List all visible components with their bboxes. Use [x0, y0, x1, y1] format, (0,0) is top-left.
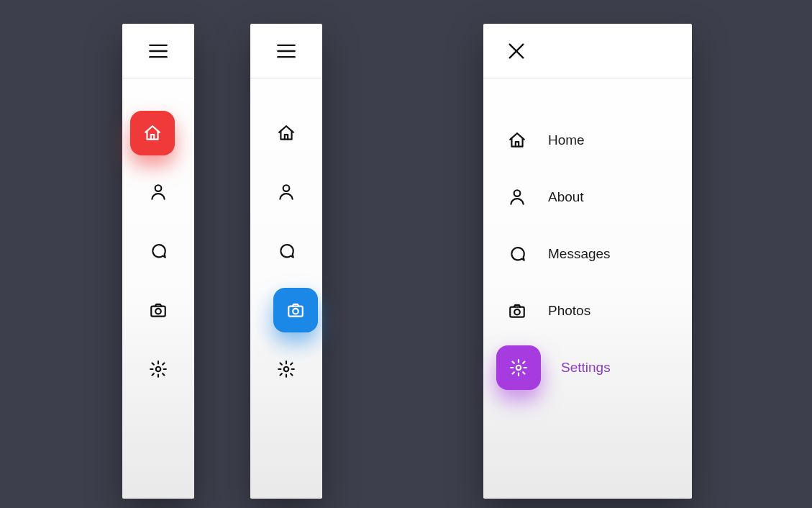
- nav-item-settings[interactable]: [250, 358, 322, 381]
- nav-item-about[interactable]: [122, 181, 194, 204]
- nav-item-messages[interactable]: [250, 240, 322, 263]
- settings-icon: [148, 359, 168, 379]
- chat-icon: [148, 241, 168, 261]
- chat-icon: [506, 244, 528, 264]
- sidebar-expanded: Home About Messages Photos Settings: [483, 24, 692, 499]
- nav-item-about[interactable]: [250, 181, 322, 204]
- nav-item-home[interactable]: [122, 122, 194, 145]
- settings-icon: [496, 345, 541, 390]
- chat-icon: [276, 241, 296, 261]
- nav-label: Messages: [548, 246, 611, 262]
- nav-item-home[interactable]: Home: [483, 129, 692, 152]
- sidebar-collapsed-2: [250, 24, 322, 499]
- nav-list: [250, 78, 322, 381]
- nav-item-settings[interactable]: [122, 358, 194, 381]
- nav-item-home[interactable]: [250, 122, 322, 145]
- nav-label: Photos: [548, 303, 590, 319]
- nav-list: Home About Messages Photos Settings: [483, 78, 692, 379]
- sidebar-header: [122, 24, 194, 78]
- user-icon: [506, 187, 528, 207]
- nav-item-messages[interactable]: [122, 240, 194, 263]
- user-icon: [276, 182, 296, 202]
- sidebar-header: [483, 24, 692, 78]
- nav-item-photos[interactable]: [250, 299, 322, 322]
- settings-icon: [276, 359, 296, 379]
- home-icon: [276, 123, 296, 143]
- user-icon: [148, 182, 168, 202]
- nav-label: About: [548, 189, 584, 205]
- hamburger-icon[interactable]: [276, 41, 296, 61]
- nav-item-photos[interactable]: Photos: [483, 299, 692, 322]
- hamburger-icon[interactable]: [148, 41, 168, 61]
- sidebar-collapsed-1: [122, 24, 194, 499]
- sidebar-header: [250, 24, 322, 78]
- nav-list: [122, 78, 194, 381]
- close-icon[interactable]: [506, 41, 526, 61]
- nav-item-settings[interactable]: Settings: [483, 356, 692, 379]
- nav-item-about[interactable]: About: [483, 186, 692, 209]
- nav-label: Settings: [561, 360, 611, 376]
- home-icon: [506, 130, 528, 150]
- camera-icon: [273, 288, 318, 332]
- nav-item-messages[interactable]: Messages: [483, 242, 692, 266]
- home-icon: [130, 111, 175, 155]
- camera-icon: [506, 301, 528, 321]
- nav-item-photos[interactable]: [122, 299, 194, 322]
- camera-icon: [148, 300, 168, 320]
- nav-label: Home: [548, 132, 585, 148]
